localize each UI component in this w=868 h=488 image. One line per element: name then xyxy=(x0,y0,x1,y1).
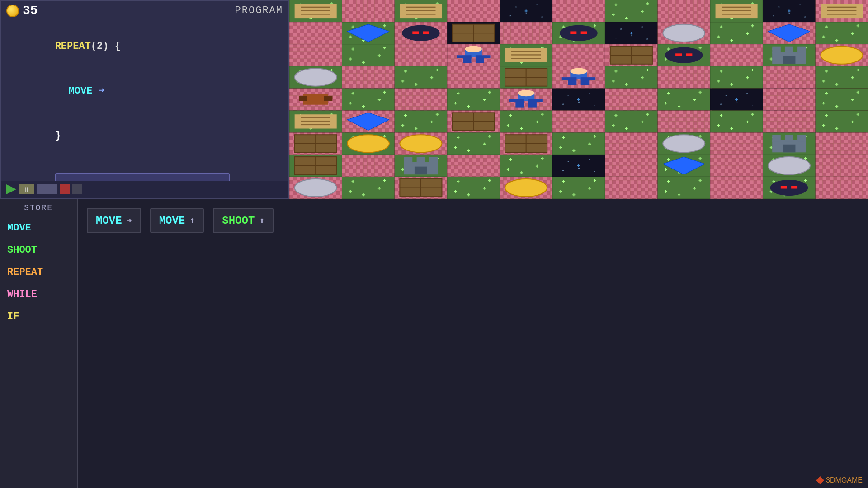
command-label-move2: MOVE xyxy=(159,215,185,227)
watermark-text: 3DMGAME xyxy=(826,476,863,484)
command-move-up[interactable]: MOVE ⬆ xyxy=(150,208,204,233)
code-line-while[interactable]: WHILE(NOT ON 🟫) { xyxy=(7,158,282,181)
command-shoot-up[interactable]: SHOOT ⬆ xyxy=(213,208,274,233)
game-map-panel xyxy=(289,0,868,199)
code-header: 35 PROGRAM xyxy=(1,1,288,20)
store-item-while[interactable]: WHILE xyxy=(0,283,77,305)
command-move-right[interactable]: MOVE ➜ xyxy=(87,208,141,233)
code-editor-panel: 35 PROGRAM REPEAT(2) { MOVE ➜ } WHILE(NO… xyxy=(0,0,289,199)
coin-icon xyxy=(6,5,19,17)
command-label-shoot: SHOOT xyxy=(222,215,255,227)
coin-score: 35 xyxy=(6,4,38,18)
play-button[interactable] xyxy=(6,184,16,194)
store-item-if[interactable]: IF xyxy=(0,305,77,328)
watermark: 3DMGAME xyxy=(816,476,863,484)
commands-panel: MOVE ➜ MOVE ⬆ SHOOT ⬆ xyxy=(78,199,868,488)
code-controls: ⏸ xyxy=(1,181,288,198)
pause-button[interactable]: ⏸ xyxy=(19,184,34,194)
store-item-repeat[interactable]: REPEAT xyxy=(0,261,77,283)
extra-button[interactable] xyxy=(72,184,82,194)
code-line-move1[interactable]: MOVE ➜ xyxy=(7,69,282,113)
command-arrow-right: ➜ xyxy=(127,215,132,226)
code-line-close1: } xyxy=(7,113,282,158)
store-title: STORE xyxy=(0,199,77,217)
store-panel: STORE MOVE SHOOT REPEAT WHILE IF xyxy=(0,199,78,488)
code-line-repeat[interactable]: REPEAT(2) { xyxy=(7,24,282,69)
program-title: PROGRAM xyxy=(235,5,283,16)
command-arrow-up1: ⬆ xyxy=(189,215,195,226)
code-body: REPEAT(2) { MOVE ➜ } WHILE(NOT ON 🟫) { S… xyxy=(1,20,288,181)
command-arrow-up2: ⬆ xyxy=(259,215,264,226)
game-canvas xyxy=(289,0,868,199)
store-item-move[interactable]: MOVE xyxy=(0,217,77,239)
bottom-section: STORE MOVE SHOOT REPEAT WHILE IF MOVE ➜ … xyxy=(0,199,868,488)
store-item-shoot[interactable]: SHOOT xyxy=(0,239,77,261)
progress-bar xyxy=(37,184,57,194)
stop-button[interactable] xyxy=(60,184,70,194)
score-text: 35 xyxy=(23,4,38,18)
command-label-move1: MOVE xyxy=(96,215,122,227)
watermark-icon xyxy=(816,476,824,484)
